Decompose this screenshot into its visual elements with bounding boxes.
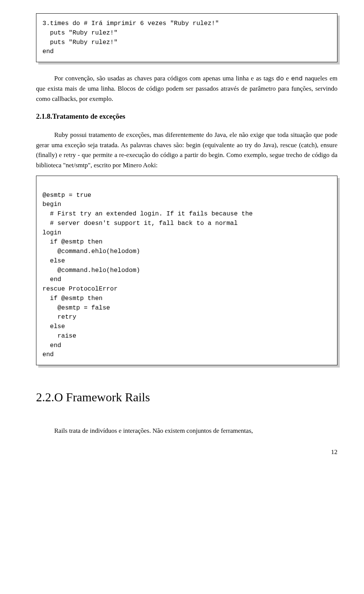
para1-a: Por convenção, são usadas as chaves para… [54,75,276,82]
end-tag: end [291,75,303,82]
paragraph-exceptions: Ruby possui tratamento de exceções, mas … [36,130,337,170]
paragraph-convention: Por convenção, são usadas as chaves para… [36,74,337,104]
chapter-heading: 2.2.O Framework Rails [36,388,337,407]
section-heading: 2.1.8.Tratamento de exceções [36,111,337,122]
do-tag: do [276,75,284,82]
code-block-2: @esmtp = true begin # First try an exten… [36,176,337,365]
para1-b: e [284,75,291,82]
paragraph-rails: Rails trata de indivíduos e interações. … [36,426,337,436]
code-block-1: 3.times do # Irá imprimir 6 vezes "Ruby … [36,13,337,62]
code-block-1-wrapper: 3.times do # Irá imprimir 6 vezes "Ruby … [36,13,337,62]
page-number: 12 [36,447,337,457]
code-block-2-wrapper: @esmtp = true begin # First try an exten… [36,176,337,365]
